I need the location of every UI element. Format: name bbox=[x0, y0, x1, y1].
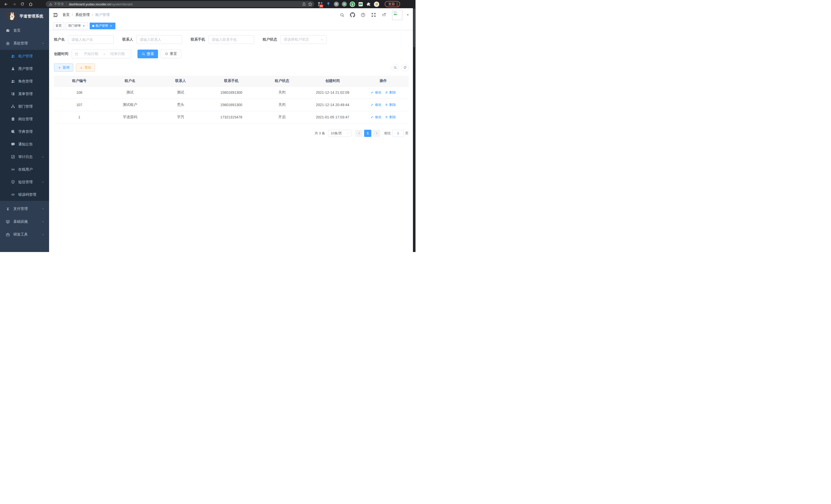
sidebar-item-4[interactable]: 角色管理 bbox=[0, 75, 49, 88]
contact-mobile-input[interactable] bbox=[208, 35, 254, 44]
search-icon[interactable] bbox=[340, 12, 345, 18]
edit-link[interactable]: 修改 bbox=[371, 102, 381, 107]
edit-link[interactable]: 修改 bbox=[371, 115, 381, 119]
filter-label-status: 租户状态 bbox=[263, 37, 277, 42]
page-number-1[interactable]: 1 bbox=[364, 130, 371, 137]
page-scrollbar[interactable] bbox=[413, 8, 416, 252]
browser-reload-icon[interactable] bbox=[19, 1, 26, 7]
browser-home-icon[interactable] bbox=[27, 1, 34, 7]
sidebar-item-16[interactable]: 研发工具 bbox=[0, 228, 49, 241]
sidebar-item-9[interactable]: 通知公告 bbox=[0, 138, 49, 151]
sidebar-item-8[interactable]: 字典管理 bbox=[0, 125, 49, 138]
url-host: dashboard.yudao.iocoder.cn bbox=[69, 2, 111, 6]
create-time-range-picker[interactable]: 开始日期 - 结束日期 bbox=[72, 50, 131, 58]
tenant-users-icon bbox=[11, 54, 15, 58]
sidebar-item-15[interactable]: 基础设施 bbox=[0, 215, 49, 228]
announcement-icon bbox=[11, 142, 15, 146]
browser-update-button[interactable]: 更新 bbox=[385, 1, 400, 7]
sidebar-item-6[interactable]: 部门管理 bbox=[0, 100, 49, 113]
trash-icon bbox=[385, 91, 388, 94]
sidebar-item-13[interactable]: 错误码管理 bbox=[0, 188, 49, 201]
fullscreen-icon[interactable] bbox=[371, 12, 376, 18]
reset-button[interactable]: 重置 bbox=[161, 50, 181, 58]
sidebar-item-7[interactable]: 岗位管理 bbox=[0, 113, 49, 125]
sidebar-collapse-icon[interactable] bbox=[53, 12, 58, 18]
delete-link[interactable]: 删除 bbox=[385, 102, 396, 107]
filter-row-1: 租户名 联系人 联系手机 租户状态 请选择租户状态 bbox=[54, 35, 408, 44]
breadcrumb-system[interactable]: 系统管理 bbox=[75, 12, 90, 17]
sidebar-item-0[interactable]: 首页 bbox=[0, 24, 49, 37]
share-icon[interactable] bbox=[301, 1, 307, 7]
chevron-up-icon bbox=[41, 42, 45, 45]
table-cell: 关闭 bbox=[257, 99, 307, 111]
contact-name-input[interactable] bbox=[137, 35, 182, 44]
font-size-icon[interactable] bbox=[381, 12, 387, 18]
url-bar[interactable]: 不安全 dashboard.yudao.iocoder.cn/system/te… bbox=[46, 1, 314, 7]
extension-grid-icon[interactable]: 10 bbox=[318, 2, 323, 7]
goto-page-input[interactable] bbox=[392, 130, 404, 137]
tab-2[interactable]: 租户管理× bbox=[90, 23, 115, 29]
refresh-icon bbox=[165, 52, 168, 56]
tab-0[interactable]: 首页 bbox=[53, 23, 64, 29]
search-icon bbox=[142, 52, 145, 56]
tenant-status-select[interactable]: 请选择租户状态 bbox=[280, 35, 326, 44]
user-avatar[interactable] bbox=[392, 10, 402, 20]
sidebar-item-3[interactable]: 用户管理 bbox=[0, 62, 49, 75]
browser-back-icon[interactable] bbox=[3, 1, 9, 7]
show-search-toggle-button[interactable] bbox=[392, 64, 399, 71]
trash-icon bbox=[385, 116, 388, 119]
tab-1[interactable]: 部门管理× bbox=[66, 23, 88, 29]
tenant-name-input[interactable] bbox=[68, 35, 114, 44]
search-button[interactable]: 搜索 bbox=[138, 50, 158, 58]
breadcrumb-home[interactable]: 首页 bbox=[62, 12, 69, 17]
error-code-icon bbox=[11, 192, 15, 197]
help-icon[interactable] bbox=[361, 12, 366, 18]
sidebar-item-label: 岗位管理 bbox=[18, 117, 33, 121]
record-extension-icon[interactable] bbox=[342, 2, 347, 7]
sidebar-item-label: 研发工具 bbox=[13, 232, 28, 237]
start-date-placeholder[interactable]: 开始日期 bbox=[80, 52, 102, 56]
sidebar-item-14[interactable]: 支付管理 bbox=[0, 202, 49, 215]
command-extension-icon[interactable] bbox=[334, 2, 339, 7]
extensions-area: 10 y bbox=[318, 2, 382, 7]
sidebar-item-10[interactable]: 审计日志 bbox=[0, 151, 49, 163]
avatar-caret-icon[interactable] bbox=[406, 13, 409, 17]
tab-close-icon[interactable]: × bbox=[109, 24, 113, 28]
table-cell: 107 bbox=[54, 99, 105, 111]
sidebar-item-12[interactable]: 短信管理 bbox=[0, 176, 49, 188]
table-cell: 测试租户 bbox=[105, 99, 155, 111]
emoji-extension-icon[interactable] bbox=[374, 2, 379, 7]
browser-menu-icon[interactable] bbox=[397, 3, 398, 6]
export-button[interactable]: 导出 bbox=[76, 63, 95, 72]
payment-yen-icon bbox=[6, 207, 10, 211]
bookmark-star-icon[interactable] bbox=[307, 1, 313, 7]
delete-link[interactable]: 删除 bbox=[385, 115, 396, 119]
navbar-tools bbox=[340, 10, 409, 20]
delete-link[interactable]: 删除 bbox=[385, 90, 396, 95]
y-logo-extension-icon[interactable]: y bbox=[350, 2, 355, 7]
end-date-placeholder[interactable]: 结束日期 bbox=[106, 52, 128, 56]
add-button[interactable]: 新增 bbox=[54, 63, 73, 72]
github-icon[interactable] bbox=[350, 12, 355, 18]
refresh-table-button[interactable] bbox=[401, 64, 408, 71]
sidebar-item-2[interactable]: 租户管理 bbox=[0, 50, 49, 62]
tab-close-icon[interactable]: × bbox=[82, 24, 86, 28]
puzzle-extensions-icon[interactable] bbox=[366, 2, 371, 7]
org-chart-icon bbox=[11, 104, 15, 109]
chevron-down-icon bbox=[41, 155, 45, 158]
sidebar-item-1[interactable]: 系统管理 bbox=[0, 37, 49, 50]
page-size-select[interactable]: 10条/页 bbox=[328, 130, 351, 137]
chevron-down-icon bbox=[41, 233, 45, 236]
chat-extension-icon[interactable] bbox=[358, 2, 363, 7]
security-label[interactable]: 不安全 bbox=[54, 2, 64, 6]
sidebar-logo[interactable]: 芋道管理系统 bbox=[0, 8, 49, 24]
goto-label: 前往 bbox=[384, 131, 391, 136]
balloon-extension-icon[interactable] bbox=[326, 2, 331, 7]
active-tab-dot bbox=[92, 25, 94, 27]
sidebar-item-5[interactable]: 菜单管理 bbox=[0, 88, 49, 100]
next-page-button[interactable] bbox=[373, 130, 380, 137]
prev-page-button[interactable] bbox=[355, 130, 363, 137]
sidebar-item-11[interactable]: 在线用户 bbox=[0, 163, 49, 176]
edit-link[interactable]: 修改 bbox=[371, 90, 381, 95]
browser-forward-icon[interactable] bbox=[11, 1, 18, 7]
